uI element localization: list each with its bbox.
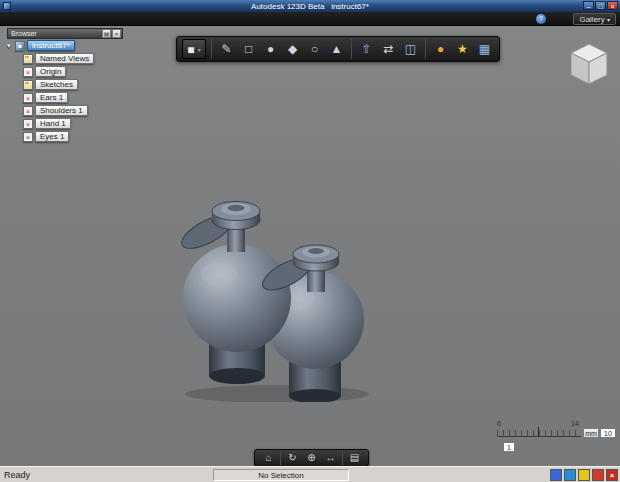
gallery-button[interactable]: Gallery ▾ [573, 13, 616, 25]
close-button[interactable]: × [607, 1, 618, 10]
torus-icon[interactable]: ○ [305, 39, 324, 59]
model-shadow [185, 385, 369, 402]
toolbar-separator [351, 39, 352, 59]
browser-panel: Browser ▤ × ▾ ■ instruct67* Named Views … [7, 28, 123, 143]
maximize-button[interactable]: □ [595, 1, 606, 10]
tree-item-shoulders[interactable]: × Shoulders 1 [7, 104, 123, 117]
cube-glyph: ■ [187, 43, 194, 57]
combine-icon[interactable]: ◫ [401, 39, 420, 59]
browser-close-button[interactable]: × [112, 29, 121, 38]
view-home-icon[interactable]: ⌂ [261, 451, 276, 465]
tree-root-label[interactable]: instruct67* [27, 40, 75, 51]
toolbar-separator [425, 39, 426, 59]
hidden-feature-icon: × [23, 106, 33, 116]
snap-grid-icon[interactable]: ▦ [475, 39, 494, 59]
tree-item-hand[interactable]: × Hand 1 [7, 117, 123, 130]
tree-item-label[interactable]: Origin [35, 66, 66, 77]
status-bar: Ready No Selection × [0, 466, 620, 482]
selection-status-text: No Selection [213, 469, 349, 481]
tray-blue2-icon[interactable] [564, 469, 576, 481]
cone-icon[interactable]: ▲ [327, 39, 346, 59]
tree-item-named-views[interactable]: Named Views [7, 52, 123, 65]
viewcube[interactable] [566, 40, 612, 92]
tree-item-label[interactable]: Named Views [35, 53, 94, 64]
sketch-icon[interactable]: ✎ [217, 39, 236, 59]
chevron-down-icon: ▾ [607, 17, 610, 23]
folder-icon [23, 80, 33, 90]
tree-item-label[interactable]: Hand 1 [35, 118, 71, 129]
scale-max-label: 14 [571, 420, 579, 427]
scale-widget: 0 14 mm 10 1 [495, 420, 617, 456]
expander-icon[interactable]: ▾ [7, 42, 15, 50]
viewcube-svg [566, 40, 612, 88]
tree-root-row[interactable]: ▾ ■ instruct67* [7, 39, 123, 52]
chevron-down-icon: ▾ [198, 47, 201, 53]
hidden-feature-icon: × [23, 132, 33, 142]
viewport-canvas[interactable]: Browser ▤ × ▾ ■ instruct67* Named Views … [0, 26, 620, 466]
tray-red-icon[interactable] [592, 469, 604, 481]
tree-item-ears[interactable]: × Ears 1 [7, 91, 123, 104]
gallery-label: Gallery [579, 15, 604, 24]
toolbar-separator [211, 39, 212, 59]
tray-yellow-icon[interactable] [578, 469, 590, 481]
wedge-icon[interactable]: ◆ [283, 39, 302, 59]
snap-increment-input[interactable]: 1 [503, 442, 515, 452]
tree-item-eyes[interactable]: × Eyes 1 [7, 130, 123, 143]
browser-menu-button[interactable]: ▤ [102, 29, 111, 38]
tree-item-origin[interactable]: × Origin [7, 65, 123, 78]
effects-icon[interactable]: ★ [453, 39, 472, 59]
folder-icon [23, 54, 33, 64]
hidden-feature-icon: × [23, 67, 33, 77]
document-title-text: instruct67* [331, 2, 369, 11]
navigation-toolbar: ⌂ ↻ ⊕ ↔ ▤ [254, 449, 369, 467]
browser-header[interactable]: Browser ▤ × [7, 28, 123, 39]
part-cube-icon: ■ [15, 41, 25, 51]
hidden-feature-icon: × [23, 119, 33, 129]
tray-blue-icon[interactable] [550, 469, 562, 481]
orbit-icon[interactable]: ↻ [285, 451, 300, 465]
menu-bar: ? Gallery ▾ [0, 12, 620, 26]
minimize-button[interactable]: – [583, 1, 594, 10]
tree-item-label[interactable]: Eyes 1 [35, 131, 69, 142]
ruler-mid-tick [538, 427, 539, 437]
status-tray: × [550, 469, 618, 481]
tree-item-label[interactable]: Shoulders 1 [35, 105, 88, 116]
box-icon[interactable]: □ [239, 39, 258, 59]
toolbar-separator [342, 452, 343, 465]
unit-dropdown[interactable]: mm [583, 428, 599, 438]
extrude-icon[interactable]: ⇧ [357, 39, 376, 59]
tray-close-icon[interactable]: × [606, 469, 618, 481]
tree-item-label[interactable]: Sketches [35, 79, 78, 90]
view-settings-icon[interactable]: ▤ [347, 451, 362, 465]
zoom-icon[interactable]: ⊕ [304, 451, 319, 465]
toolbar-separator [280, 452, 281, 465]
material-icon[interactable]: ● [431, 39, 450, 59]
sphere-icon[interactable]: ● [261, 39, 280, 59]
mirror-icon[interactable]: ⇄ [379, 39, 398, 59]
pan-icon[interactable]: ↔ [323, 451, 338, 465]
figure-left-body [183, 244, 291, 384]
tree-item-sketches[interactable]: Sketches [7, 78, 123, 91]
model-3d[interactable] [175, 170, 375, 402]
primitives-menu-icon[interactable]: ■ ▾ [182, 39, 206, 59]
scale-ruler[interactable] [497, 430, 581, 437]
title-bar: Autodesk 123D Beta instruct67* – □ × [0, 0, 620, 12]
tree-item-label[interactable]: Ears 1 [35, 92, 68, 103]
app-title-text: Autodesk 123D Beta [251, 2, 324, 11]
grid-size-input[interactable]: 10 [600, 428, 616, 438]
help-icon[interactable]: ? [536, 14, 546, 24]
window-controls: – □ × [583, 1, 618, 10]
status-ready-text: Ready [4, 470, 30, 480]
browser-title: Browser [11, 29, 37, 38]
hidden-feature-icon: × [23, 93, 33, 103]
scale-min-label: 0 [497, 420, 501, 427]
modeling-toolbar: ■ ▾ ✎ □ ● ◆ ○ ▲ ⇧ ⇄ ◫ ● ★ ▦ [176, 36, 500, 62]
window-title: Autodesk 123D Beta instruct67* [0, 2, 620, 11]
